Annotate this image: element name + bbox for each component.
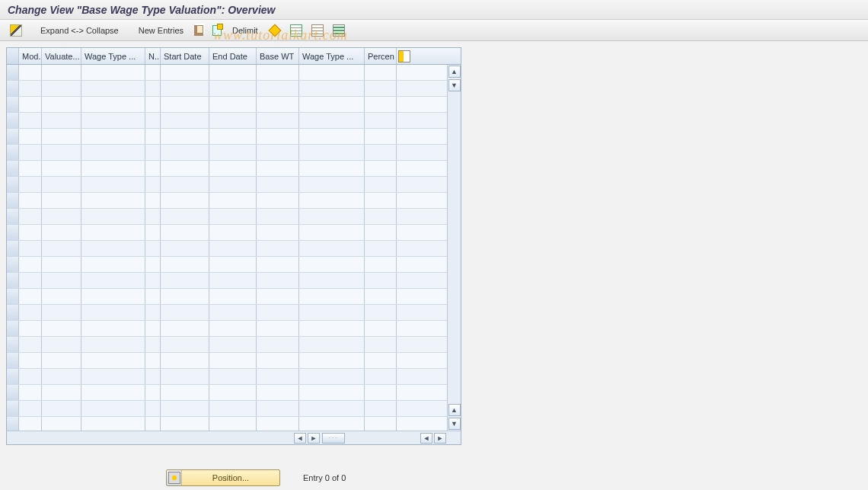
cell[interactable] — [42, 161, 81, 176]
cell[interactable] — [209, 305, 257, 320]
cell[interactable] — [257, 337, 299, 352]
cell[interactable] — [42, 417, 81, 431]
cell[interactable] — [161, 321, 209, 336]
col-header[interactable]: Mod. — [19, 48, 42, 64]
cell[interactable] — [42, 353, 81, 368]
cell[interactable] — [299, 321, 365, 336]
scroll-up-icon[interactable]: ▲ — [448, 66, 461, 78]
table-row[interactable] — [7, 417, 447, 431]
cell[interactable] — [145, 129, 161, 144]
table-row[interactable] — [7, 289, 447, 305]
cell[interactable] — [209, 257, 257, 272]
cell[interactable] — [145, 321, 161, 336]
cell[interactable] — [81, 257, 145, 272]
cell[interactable] — [209, 161, 257, 176]
hscroll-left2-icon[interactable]: ◄ — [420, 433, 432, 444]
cell[interactable] — [81, 401, 145, 416]
cell[interactable] — [42, 225, 81, 240]
cell[interactable] — [42, 305, 81, 320]
col-header[interactable]: Valuate... — [42, 48, 81, 64]
cell[interactable] — [257, 129, 299, 144]
table-row[interactable] — [7, 305, 447, 321]
row-selector[interactable] — [7, 305, 19, 320]
table-row[interactable] — [7, 369, 447, 385]
cell[interactable] — [161, 161, 209, 176]
cell[interactable] — [257, 209, 299, 224]
cell[interactable] — [145, 193, 161, 208]
cell[interactable] — [209, 241, 257, 256]
cell[interactable] — [19, 177, 42, 192]
cell[interactable] — [209, 65, 257, 80]
cell[interactable] — [81, 161, 145, 176]
cell[interactable] — [257, 97, 299, 112]
cell[interactable] — [81, 145, 145, 160]
hscroll-right2-icon[interactable]: ► — [434, 433, 446, 444]
cell[interactable] — [81, 81, 145, 96]
cell[interactable] — [209, 129, 257, 144]
row-selector[interactable] — [7, 417, 19, 431]
cell[interactable] — [19, 81, 42, 96]
cell[interactable] — [81, 97, 145, 112]
cell[interactable] — [42, 113, 81, 128]
cell[interactable] — [81, 353, 145, 368]
cell[interactable] — [161, 401, 209, 416]
cell[interactable] — [365, 305, 397, 320]
cell[interactable] — [299, 369, 365, 384]
cell[interactable] — [161, 369, 209, 384]
table-row[interactable] — [7, 209, 447, 225]
cell[interactable] — [81, 321, 145, 336]
cell[interactable] — [81, 305, 145, 320]
cell[interactable] — [145, 257, 161, 272]
cell[interactable] — [209, 113, 257, 128]
cell[interactable] — [257, 193, 299, 208]
cell[interactable] — [19, 209, 42, 224]
cell[interactable] — [365, 321, 397, 336]
cell[interactable] — [145, 337, 161, 352]
cell[interactable] — [257, 81, 299, 96]
cell[interactable] — [81, 289, 145, 304]
cell[interactable] — [161, 289, 209, 304]
cell[interactable] — [161, 305, 209, 320]
cell[interactable] — [299, 257, 365, 272]
cell[interactable] — [209, 81, 257, 96]
row-selector[interactable] — [7, 161, 19, 176]
cell[interactable] — [145, 145, 161, 160]
select-all-button[interactable] — [286, 23, 306, 38]
cell[interactable] — [365, 177, 397, 192]
row-selector[interactable] — [7, 385, 19, 400]
cell[interactable] — [365, 113, 397, 128]
cell[interactable] — [81, 193, 145, 208]
table-row[interactable] — [7, 241, 447, 257]
cell[interactable] — [209, 97, 257, 112]
cell[interactable] — [299, 113, 365, 128]
cell[interactable] — [19, 337, 42, 352]
cell[interactable] — [365, 417, 397, 431]
cell[interactable] — [299, 417, 365, 431]
cell[interactable] — [19, 65, 42, 80]
cell[interactable] — [145, 225, 161, 240]
row-selector[interactable] — [7, 129, 19, 144]
cell[interactable] — [19, 305, 42, 320]
cell[interactable] — [145, 177, 161, 192]
cell[interactable] — [161, 97, 209, 112]
table-row[interactable] — [7, 321, 447, 337]
cell[interactable] — [145, 161, 161, 176]
cell[interactable] — [257, 305, 299, 320]
cell[interactable] — [299, 353, 365, 368]
cell[interactable] — [209, 385, 257, 400]
table-row[interactable] — [7, 97, 447, 113]
row-selector[interactable] — [7, 81, 19, 96]
cell[interactable] — [42, 257, 81, 272]
cell[interactable] — [209, 273, 257, 288]
cell[interactable] — [19, 241, 42, 256]
cell[interactable] — [257, 177, 299, 192]
cell[interactable] — [257, 353, 299, 368]
cell[interactable] — [161, 241, 209, 256]
cell[interactable] — [19, 401, 42, 416]
cell[interactable] — [257, 417, 299, 431]
cell[interactable] — [161, 81, 209, 96]
undo-button[interactable] — [265, 23, 285, 38]
cell[interactable] — [365, 337, 397, 352]
cell[interactable] — [145, 385, 161, 400]
col-header[interactable]: Base WT — [257, 48, 299, 64]
